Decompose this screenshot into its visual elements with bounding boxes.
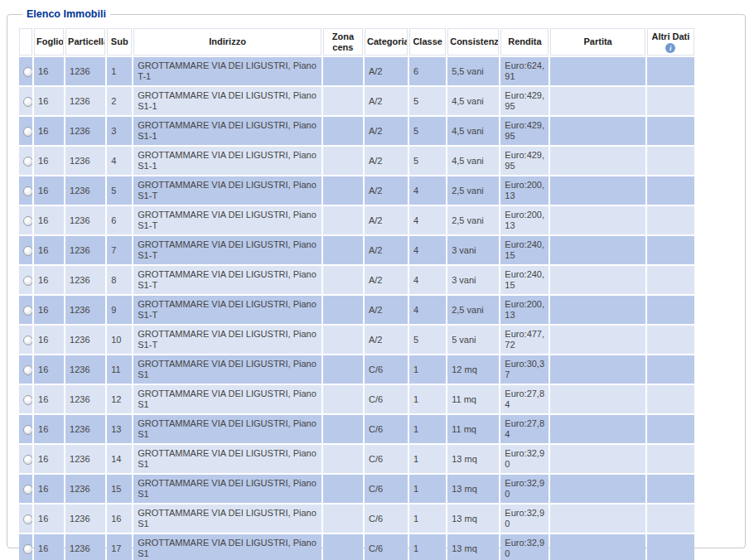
- row-select-radio[interactable]: [23, 514, 32, 524]
- cell-zona-cens: [323, 236, 363, 264]
- cell-partita: [550, 117, 645, 145]
- cell-indirizzo: GROTTAMMARE VIA DEI LIGUSTRI, Piano S1-T: [133, 266, 321, 294]
- cell-foglio: 16: [34, 326, 64, 354]
- row-select-cell: [19, 445, 32, 473]
- cell-foglio: 16: [34, 117, 64, 145]
- cell-partita: [550, 385, 645, 413]
- cell-categoria: A/2: [365, 176, 408, 205]
- row-select-cell: [19, 176, 32, 205]
- cell-altri-dati: [647, 415, 694, 443]
- row-select-radio[interactable]: [23, 97, 32, 107]
- row-select-radio[interactable]: [23, 485, 32, 495]
- row-select-radio[interactable]: [23, 246, 32, 256]
- cell-sub: 2: [107, 87, 132, 115]
- cell-zona-cens: [323, 87, 363, 115]
- cell-zona-cens: [323, 326, 363, 354]
- cell-consistenza: 11 mq: [447, 385, 499, 413]
- cell-classe: 5: [409, 117, 446, 145]
- cell-categoria: A/2: [365, 147, 408, 175]
- cell-consistenza: 11 mq: [447, 415, 499, 443]
- info-icon[interactable]: i: [665, 43, 675, 53]
- cell-sub: 3: [107, 117, 132, 145]
- row-select-radio[interactable]: [23, 425, 32, 435]
- row-select-radio[interactable]: [23, 67, 32, 77]
- cell-consistenza: 4,5 vani: [447, 147, 499, 175]
- row-select-radio[interactable]: [23, 127, 32, 137]
- table-row: 16123617GROTTAMMARE VIA DEI LIGUSTRI, Pi…: [19, 534, 694, 560]
- cell-particella: 1236: [65, 326, 105, 354]
- cell-sub: 4: [107, 147, 132, 175]
- cell-rendita: Euro:27,84: [500, 415, 549, 443]
- cell-indirizzo: GROTTAMMARE VIA DEI LIGUSTRI, Piano S1-T: [133, 176, 321, 205]
- cell-rendita: Euro:477,72: [500, 326, 549, 354]
- row-select-cell: [19, 206, 32, 234]
- cell-categoria: A/2: [365, 296, 408, 324]
- row-select-cell: [19, 326, 32, 354]
- table-row: 1612368GROTTAMMARE VIA DEI LIGUSTRI, Pia…: [19, 266, 694, 294]
- cell-indirizzo: GROTTAMMARE VIA DEI LIGUSTRI, Piano S1: [133, 355, 321, 384]
- cell-sub: 7: [107, 236, 132, 264]
- cell-consistenza: 4,5 vani: [447, 117, 499, 145]
- cell-sub: 15: [107, 475, 132, 503]
- row-select-radio[interactable]: [23, 544, 32, 554]
- cell-particella: 1236: [65, 534, 105, 560]
- cell-altri-dati: [647, 475, 694, 503]
- cell-indirizzo: GROTTAMMARE VIA DEI LIGUSTRI, Piano S1-T: [133, 296, 321, 324]
- cell-particella: 1236: [65, 206, 105, 234]
- row-select-radio[interactable]: [23, 455, 32, 465]
- row-select-radio[interactable]: [23, 365, 32, 375]
- row-select-radio[interactable]: [23, 216, 32, 226]
- cell-partita: [550, 266, 645, 294]
- row-select-radio[interactable]: [23, 336, 32, 345]
- cell-consistenza: 5,5 vani: [447, 57, 499, 85]
- row-select-cell: [19, 266, 32, 294]
- cell-partita: [550, 57, 645, 85]
- header-altri-dati-label: Altri Dati: [651, 31, 689, 41]
- cell-zona-cens: [323, 266, 363, 294]
- header-consistenza: Consistenza: [447, 28, 499, 56]
- row-select-cell: [19, 534, 32, 560]
- table-row: 16123615GROTTAMMARE VIA DEI LIGUSTRI, Pi…: [19, 475, 694, 503]
- cell-particella: 1236: [65, 504, 105, 533]
- cell-zona-cens: [323, 117, 363, 145]
- cell-consistenza: 2,5 vani: [447, 296, 499, 324]
- cell-altri-dati: [647, 504, 694, 533]
- cell-zona-cens: [323, 176, 363, 205]
- cell-partita: [550, 445, 645, 473]
- cell-classe: 1: [409, 385, 446, 413]
- cell-classe: 4: [409, 266, 446, 294]
- cell-consistenza: 2,5 vani: [447, 206, 499, 234]
- cell-categoria: A/2: [365, 206, 408, 234]
- header-partita: Partita: [550, 28, 645, 56]
- cell-zona-cens: [323, 504, 363, 533]
- row-select-radio[interactable]: [23, 276, 32, 286]
- row-select-radio[interactable]: [23, 306, 32, 316]
- cell-indirizzo: GROTTAMMARE VIA DEI LIGUSTRI, Piano S1-1: [133, 87, 321, 115]
- row-select-radio[interactable]: [23, 186, 32, 196]
- cell-indirizzo: GROTTAMMARE VIA DEI LIGUSTRI, Piano S1-T: [133, 326, 321, 354]
- cell-consistenza: 5 vani: [447, 326, 499, 354]
- cell-foglio: 16: [34, 87, 64, 115]
- cell-sub: 5: [107, 176, 132, 205]
- cell-altri-dati: [647, 445, 694, 473]
- cell-consistenza: 13 mq: [447, 504, 499, 533]
- cell-sub: 12: [107, 385, 132, 413]
- cell-categoria: A/2: [365, 236, 408, 264]
- cell-zona-cens: [323, 206, 363, 234]
- row-select-cell: [19, 147, 32, 175]
- row-select-radio[interactable]: [23, 157, 32, 167]
- cell-indirizzo: GROTTAMMARE VIA DEI LIGUSTRI, Piano S1: [133, 534, 321, 560]
- cell-foglio: 16: [34, 266, 64, 294]
- row-select-radio[interactable]: [23, 395, 32, 405]
- cell-rendita: Euro:200,13: [500, 176, 549, 205]
- cell-partita: [550, 326, 645, 354]
- cell-categoria: C/6: [365, 415, 408, 443]
- cell-altri-dati: [647, 176, 694, 205]
- cell-partita: [550, 176, 645, 205]
- row-select-cell: [19, 236, 32, 264]
- header-altri-dati: Altri Dati i: [647, 28, 694, 56]
- cell-indirizzo: GROTTAMMARE VIA DEI LIGUSTRI, Piano S1: [133, 475, 321, 503]
- cell-foglio: 16: [34, 57, 64, 85]
- cell-altri-dati: [647, 236, 694, 264]
- cell-altri-dati: [647, 57, 694, 85]
